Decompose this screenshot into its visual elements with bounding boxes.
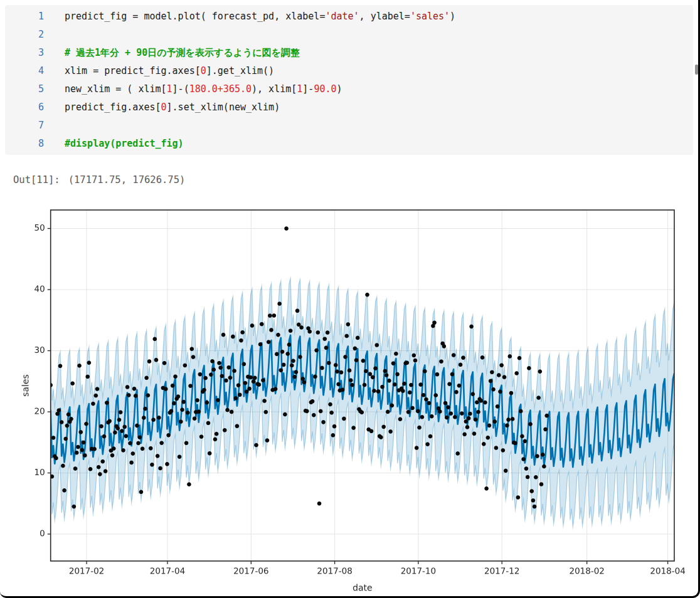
code-text [44, 26, 70, 44]
line-number: 3 [5, 44, 44, 62]
code-text: # 過去1年分 + 90日の予測を表示するように図を調整 [44, 44, 300, 62]
line-number: 8 [5, 135, 44, 153]
line-number: 1 [5, 8, 44, 26]
code-line: 8#display(predict_fig) [5, 135, 693, 153]
scrollbar-thumb[interactable] [695, 65, 698, 75]
output-area: Out[11]:(17171.75, 17626.75) [0, 174, 698, 186]
code-line: 6predict_fig.axes[0].set_xlim(new_xlim) [5, 98, 693, 117]
code-text: new_xlim = ( xlim[1]-(180.0+365.0), xlim… [44, 80, 342, 98]
notebook-page: 1predict_fig = model.plot( forecast_pd, … [0, 0, 700, 598]
line-number: 4 [5, 62, 44, 80]
line-number: 2 [5, 26, 44, 44]
figure-output [0, 206, 698, 593]
code-text [44, 117, 70, 135]
out-value: (17171.75, 17626.75) [68, 174, 186, 186]
line-number: 7 [5, 117, 44, 135]
code-line: 2 [5, 26, 693, 44]
code-line: 1predict_fig = model.plot( forecast_pd, … [5, 8, 693, 26]
code-line: 3# 過去1年分 + 90日の予測を表示するように図を調整 [5, 44, 693, 62]
code-line: 4xlim = predict_fig.axes[0].get_xlim() [5, 62, 693, 80]
forecast-chart-canvas [16, 206, 697, 593]
line-number: 5 [5, 80, 44, 98]
code-text: xlim = predict_fig.axes[0].get_xlim() [44, 62, 274, 80]
code-text: #display(predict_fig) [44, 135, 184, 153]
code-line: 7 [5, 117, 693, 135]
line-number: 6 [5, 98, 44, 117]
code-cell-editor[interactable]: 1predict_fig = model.plot( forecast_pd, … [5, 5, 693, 155]
code-text: predict_fig = model.plot( forecast_pd, x… [44, 8, 455, 26]
out-prompt: Out[11]: [13, 174, 60, 186]
code-text: predict_fig.axes[0].set_xlim(new_xlim) [44, 98, 280, 117]
code-line: 5new_xlim = ( xlim[1]-(180.0+365.0), xli… [5, 80, 693, 98]
